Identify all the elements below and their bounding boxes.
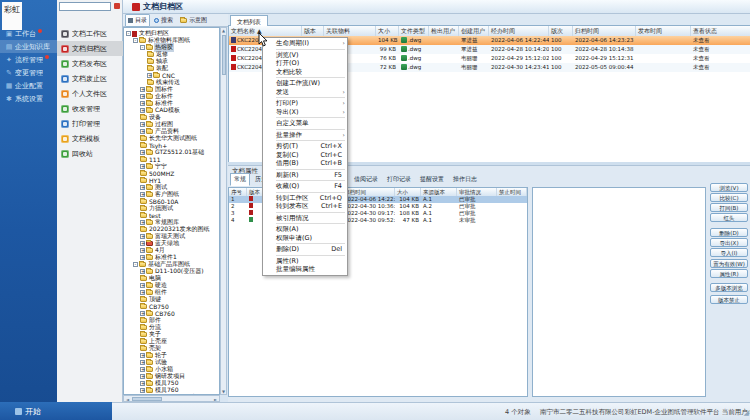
tree-expander[interactable]: + [140, 360, 145, 365]
action-button-2[interactable]: 比较(C) [710, 193, 748, 202]
file-column-header[interactable]: 关联物料 [324, 26, 376, 36]
resize-grip-icon[interactable]: ◢ [744, 409, 749, 417]
tree-expander[interactable]: + [140, 388, 145, 393]
context-menu-item[interactable]: 打开(O) [263, 59, 347, 68]
sidebar-item-6[interactable]: ✱系统设置 [0, 92, 57, 105]
tree-node[interactable]: 壳架 [124, 345, 219, 352]
tree-tab-2[interactable]: 搜索 [151, 14, 176, 27]
context-menu-item[interactable]: 刷新(R)F5 [263, 171, 347, 180]
context-menu-item[interactable]: 删除(D)Del [263, 245, 347, 254]
context-menu-item[interactable]: 借用(B)Ctrl+B [263, 159, 347, 168]
context-menu-item[interactable]: 打印(P)› [263, 99, 347, 108]
tree-node[interactable]: 上壳座 [124, 338, 219, 345]
tree-expander[interactable]: - [133, 38, 138, 43]
sidebar-item-3[interactable]: ✦流程管理 [0, 53, 57, 66]
tree-node[interactable]: +组件 [124, 289, 219, 296]
action-button-8[interactable]: 置为有效(W) [710, 259, 748, 268]
context-menu-item[interactable]: 转到工作区Ctrl+Q [263, 194, 347, 203]
action-button-5[interactable]: 删除(D) [710, 228, 748, 237]
tree-node[interactable]: +CB760 [124, 310, 219, 317]
file-column-header[interactable]: 版本 [302, 26, 324, 36]
tree-node[interactable]: 装配 [124, 65, 219, 72]
tree-node[interactable]: 111 [124, 156, 219, 163]
scroll-thumb[interactable] [222, 35, 226, 75]
module-item-1[interactable]: 文档工作区 [57, 26, 123, 41]
context-menu-item[interactable]: 权限(A) [263, 225, 347, 234]
tree-expander[interactable]: + [140, 192, 145, 197]
file-column-header[interactable]: 发布时间 [636, 26, 691, 36]
tree-node[interactable]: 长先华大测试图纸 [124, 135, 219, 142]
tree-node[interactable]: 力德测试 [124, 205, 219, 212]
tree-expander[interactable]: + [140, 255, 145, 260]
version-column-header[interactable]: 来源版本 [421, 188, 457, 196]
scroll-up-icon[interactable]: ▲ [221, 28, 226, 33]
tree-expander[interactable]: + [140, 87, 145, 92]
properties-tab-7[interactable]: 提醒设置 [416, 173, 448, 186]
tree-node[interactable]: -热熔胶 [124, 44, 219, 51]
sidebar-item-5[interactable]: ▦企业配置 [0, 79, 57, 92]
tree-node[interactable]: 顶键 [124, 296, 219, 303]
module-item-2[interactable]: 文档归档区 [57, 41, 123, 56]
sidebar-item-1[interactable]: ▣工作台 [0, 27, 57, 40]
tree-expander[interactable]: + [140, 101, 145, 106]
module-item-8[interactable]: 文档模板 [57, 131, 123, 146]
file-list-tab[interactable]: 文档列表 [230, 15, 268, 26]
tree-horizontal-scrollbar[interactable]: ◄ ► [123, 395, 220, 402]
sidebar-item-2[interactable]: ▤企业知识库 [0, 40, 57, 53]
tree-expander[interactable]: + [140, 311, 145, 316]
action-button-4[interactable]: 红头 [710, 213, 748, 222]
tree-expander[interactable]: + [140, 381, 145, 386]
action-button-3[interactable]: 打回(B) [710, 203, 748, 212]
version-column-header[interactable]: 归档时间 [342, 188, 395, 196]
version-column-header[interactable]: 大小 [395, 188, 421, 196]
action-button-11[interactable]: 版本禁止 [710, 295, 748, 304]
properties-tab-8[interactable]: 操作日志 [449, 173, 481, 186]
start-button[interactable]: 开始 [0, 402, 112, 420]
pin-icon[interactable] [114, 3, 120, 9]
tree-expander[interactable]: + [140, 94, 145, 99]
tree-expander[interactable]: + [140, 150, 145, 155]
tree-node[interactable]: +客户图纸 [124, 191, 219, 198]
tree-vertical-scrollbar[interactable]: ▲ ▼ [220, 27, 227, 395]
tree-expander[interactable]: + [140, 374, 145, 379]
context-menu-item[interactable]: 文档比较 [263, 68, 347, 77]
tree-expander[interactable]: + [140, 248, 145, 253]
tree-expander[interactable]: + [140, 290, 145, 295]
action-button-7[interactable]: 导入(I) [710, 248, 748, 257]
file-column-header[interactable]: 大小 [376, 26, 399, 36]
file-column-header[interactable]: 文件类型 [399, 26, 429, 36]
module-item-6[interactable]: 收发管理 [57, 101, 123, 116]
properties-tab-6[interactable]: 打印记录 [383, 173, 415, 186]
context-menu-item[interactable]: 转到发布区Ctrl+E [263, 202, 347, 211]
tree-node[interactable]: +宁宁 [124, 163, 219, 170]
version-column-header[interactable]: 序号 [229, 188, 247, 196]
tree-node[interactable]: +蓝天绿地 [124, 240, 219, 247]
context-menu-item[interactable]: 属性(R) [263, 257, 347, 266]
context-menu-item[interactable]: 浏览(V) [263, 51, 347, 60]
module-item-5[interactable]: 个人文件区 [57, 86, 123, 101]
tree-expander[interactable]: + [147, 73, 152, 78]
tree-expander[interactable]: + [140, 220, 145, 225]
action-button-1[interactable]: 浏览(V) [710, 183, 748, 192]
tree-node[interactable]: 返修 [124, 51, 219, 58]
tree-tab-1[interactable]: 目录 [125, 14, 150, 27]
context-menu-item[interactable]: 剪切(T)Ctrl+X [263, 142, 347, 151]
tree-expander[interactable]: - [140, 45, 145, 50]
tree-expander[interactable]: + [140, 367, 145, 372]
scroll-thumb[interactable] [132, 397, 162, 401]
file-column-header[interactable]: 检出用户 [429, 26, 459, 36]
module-item-3[interactable]: 文档发布区 [57, 56, 123, 71]
context-menu-item[interactable]: 收藏(Q)F4 [263, 182, 347, 191]
tree-expander[interactable]: + [140, 241, 145, 246]
tree-node[interactable]: 500MHZ [124, 170, 219, 177]
tree-node[interactable]: 分流 [124, 324, 219, 331]
tree-expander[interactable]: + [140, 164, 145, 169]
action-button-10[interactable]: 多版本浏览 [710, 283, 748, 292]
context-menu-item[interactable]: 生命周期(I)› [263, 39, 347, 48]
module-search-input[interactable] [59, 2, 111, 11]
tree-tab-3[interactable]: 示意图 [177, 14, 210, 27]
context-menu-item[interactable]: 被引用情况 [263, 214, 347, 223]
context-menu-item[interactable]: 批量编辑属性 [263, 265, 347, 274]
module-item-9[interactable]: 回收站 [57, 146, 123, 161]
tree-node[interactable]: HY1 [124, 177, 219, 184]
